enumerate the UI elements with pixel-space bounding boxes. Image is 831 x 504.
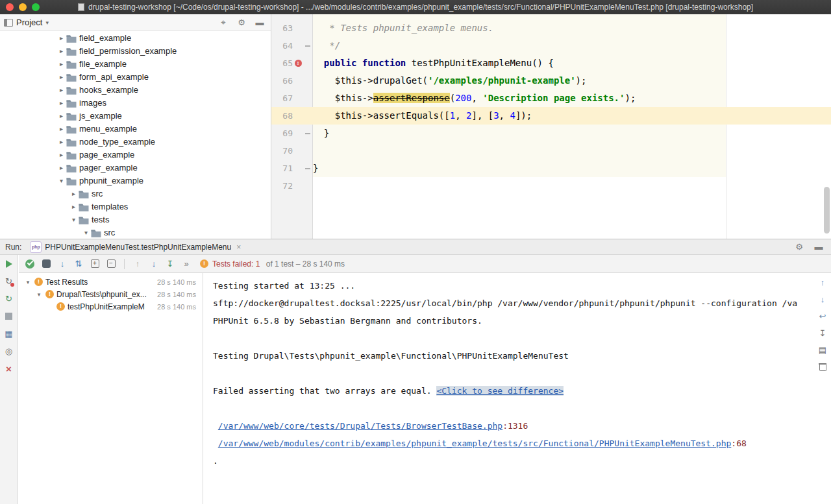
chevron-right-icon[interactable]: ▸ bbox=[57, 60, 66, 67]
project-tree-item[interactable]: ▾src bbox=[0, 226, 271, 239]
project-tree-item[interactable]: ▸form_api_example bbox=[0, 70, 271, 83]
pin-tab-button[interactable]: ◎ bbox=[3, 346, 15, 357]
chevron-right-icon[interactable]: ▸ bbox=[57, 138, 66, 145]
minimize-window-button[interactable] bbox=[19, 3, 27, 11]
project-tree-item[interactable]: ▸file_example bbox=[0, 57, 271, 70]
chevron-right-icon[interactable]: ▸ bbox=[57, 34, 66, 42]
chevron-right-icon[interactable]: ▸ bbox=[57, 151, 66, 158]
fold-marker-icon[interactable] bbox=[305, 168, 310, 169]
rerun-tests-button[interactable] bbox=[3, 258, 15, 269]
rerun-failed-tests-button[interactable]: ↻ bbox=[3, 276, 15, 287]
down-stacktrace-button[interactable]: ↓ bbox=[817, 294, 828, 305]
project-tree-item[interactable]: ▸src bbox=[0, 187, 271, 200]
more-actions-icon[interactable]: » bbox=[180, 258, 192, 269]
project-tree-item[interactable]: ▸pager_example bbox=[0, 161, 271, 174]
chevron-right-icon[interactable]: ▸ bbox=[57, 73, 66, 80]
project-tree-item[interactable]: ▸node_type_example bbox=[0, 135, 271, 148]
chevron-right-icon[interactable]: ▸ bbox=[57, 125, 66, 132]
chevron-down-icon[interactable]: ▾ bbox=[45, 19, 49, 26]
close-button[interactable]: × bbox=[3, 363, 15, 374]
tree-item-label: images bbox=[79, 98, 106, 108]
project-tree-item[interactable]: ▾phpunit_example bbox=[0, 174, 271, 187]
close-window-button[interactable] bbox=[6, 3, 14, 11]
test-tree-item[interactable]: testPhpUnitExampleM28 s 140 ms bbox=[19, 300, 203, 313]
run-tab[interactable]: php PHPUnitExampleMenuTest.testPhpUnitEx… bbox=[26, 239, 245, 254]
settings-icon[interactable]: ⚙ bbox=[793, 241, 805, 252]
collapse-all-button[interactable] bbox=[105, 258, 117, 269]
up-stacktrace-button[interactable]: ↑ bbox=[817, 277, 828, 288]
sort-alphabetically-button[interactable]: ⇅ bbox=[73, 258, 84, 269]
test-history-button[interactable]: ↧ bbox=[164, 258, 176, 269]
editor[interactable]: 63 * Tests phpunit_example menus.64 */65… bbox=[271, 14, 831, 239]
project-tree-item[interactable]: ▾tests bbox=[0, 213, 271, 226]
stacktrace-link[interactable]: /var/www/web/core/tests/Drupal/Tests/Bro… bbox=[218, 421, 502, 431]
restore-layout-button[interactable]: ▦ bbox=[3, 328, 15, 339]
show-ignored-button[interactable] bbox=[40, 258, 52, 269]
locate-file-icon[interactable]: ⌖ bbox=[217, 17, 229, 28]
code-text[interactable]: } bbox=[313, 125, 831, 142]
previous-failed-test-button[interactable]: ↑ bbox=[132, 258, 143, 269]
soft-wrap-button[interactable]: ↩ bbox=[817, 311, 828, 322]
test-tree-item[interactable]: ▾Drupal\Tests\phpunit_ex...28 s 140 ms bbox=[19, 288, 203, 300]
code-text[interactable]: } bbox=[313, 160, 831, 177]
project-tree-item[interactable]: ▸field_permission_example bbox=[0, 44, 271, 57]
hide-panel-icon[interactable]: ▬ bbox=[813, 241, 825, 252]
expand-all-button[interactable] bbox=[89, 258, 101, 269]
code-line: 66 $this->drupalGet('/examples/phpunit-e… bbox=[271, 72, 831, 90]
show-passed-button[interactable] bbox=[24, 258, 36, 269]
chevron-down-icon[interactable]: ▾ bbox=[35, 291, 43, 298]
fold-marker-icon[interactable] bbox=[305, 45, 310, 47]
project-tree-item[interactable]: ▸images bbox=[0, 96, 271, 109]
code-text[interactable]: $this->assertEquals([1, 2], [3, 4]); bbox=[313, 107, 831, 125]
chevron-right-icon[interactable]: ▸ bbox=[57, 47, 66, 54]
sort-by-duration-button[interactable]: ↓ bbox=[56, 258, 68, 269]
chevron-down-icon[interactable]: ▾ bbox=[24, 279, 32, 285]
print-button[interactable]: ▤ bbox=[817, 344, 828, 355]
project-tree-item[interactable]: ▸page_example bbox=[0, 148, 271, 161]
test-item-duration: 28 s 140 ms bbox=[157, 303, 203, 311]
zoom-window-button[interactable] bbox=[32, 3, 40, 11]
project-tree-item[interactable]: ▸field_example bbox=[0, 31, 271, 44]
project-panel-title[interactable]: Project bbox=[16, 18, 42, 27]
next-failed-test-button[interactable]: ↓ bbox=[148, 258, 160, 269]
fold-marker-icon[interactable] bbox=[305, 133, 310, 134]
test-failed-icon bbox=[56, 302, 65, 311]
chevron-right-icon[interactable]: ▸ bbox=[57, 86, 66, 93]
code-text[interactable]: * Tests phpunit_example menus. bbox=[313, 19, 831, 37]
close-tab-icon[interactable]: × bbox=[236, 243, 241, 252]
code-text[interactable] bbox=[313, 142, 831, 160]
traffic-lights bbox=[6, 3, 40, 11]
failed-test-gutter-icon[interactable] bbox=[295, 60, 302, 67]
settings-icon[interactable]: ⚙ bbox=[236, 17, 247, 28]
run-console[interactable]: Testing started at 13:25 ...sftp://docke… bbox=[204, 273, 814, 504]
code-text[interactable]: $this->drupalGet('/examples/phpunit-exam… bbox=[313, 72, 831, 90]
editor-scrollbar[interactable] bbox=[824, 187, 830, 234]
chevron-down-icon[interactable]: ▾ bbox=[82, 229, 90, 236]
project-tree-item[interactable]: ▸templates bbox=[0, 200, 271, 213]
toggle-auto-test-button[interactable]: ↻ bbox=[3, 293, 15, 304]
hide-panel-icon[interactable]: ▬ bbox=[254, 17, 266, 28]
code-text[interactable]: $this->assertResponse(200, 'Description … bbox=[313, 90, 831, 107]
chevron-right-icon[interactable]: ▸ bbox=[69, 203, 78, 210]
chevron-right-icon[interactable]: ▸ bbox=[69, 190, 78, 197]
chevron-down-icon[interactable]: ▾ bbox=[69, 216, 78, 223]
stacktrace-link[interactable]: /var/www/web/modules/contrib/examples/ph… bbox=[218, 438, 732, 448]
scroll-to-end-button[interactable]: ↧ bbox=[817, 328, 828, 339]
chevron-right-icon[interactable]: ▸ bbox=[57, 99, 66, 106]
test-item-label: Drupal\Tests\phpunit_ex... bbox=[56, 290, 147, 299]
code-text[interactable] bbox=[313, 177, 831, 195]
code-text[interactable]: public function testPhpUnitExampleMenu()… bbox=[313, 54, 831, 72]
project-tree-item[interactable]: ▸hooks_example bbox=[0, 83, 271, 96]
code-text[interactable]: */ bbox=[313, 37, 831, 54]
project-tree-item[interactable]: ▸js_example bbox=[0, 109, 271, 122]
chevron-right-icon[interactable]: ▸ bbox=[57, 164, 66, 171]
test-tree-item[interactable]: ▾Test Results28 s 140 ms bbox=[19, 276, 203, 288]
folder-icon bbox=[66, 34, 77, 42]
code-line: 69 } bbox=[271, 125, 831, 142]
chevron-down-icon[interactable]: ▾ bbox=[57, 177, 66, 184]
chevron-right-icon[interactable]: ▸ bbox=[57, 112, 66, 119]
stop-button[interactable] bbox=[3, 311, 15, 322]
clear-console-button[interactable] bbox=[817, 361, 828, 372]
project-tree-item[interactable]: ▸menu_example bbox=[0, 122, 271, 135]
see-difference-link[interactable]: <Click to see difference> bbox=[436, 386, 564, 396]
